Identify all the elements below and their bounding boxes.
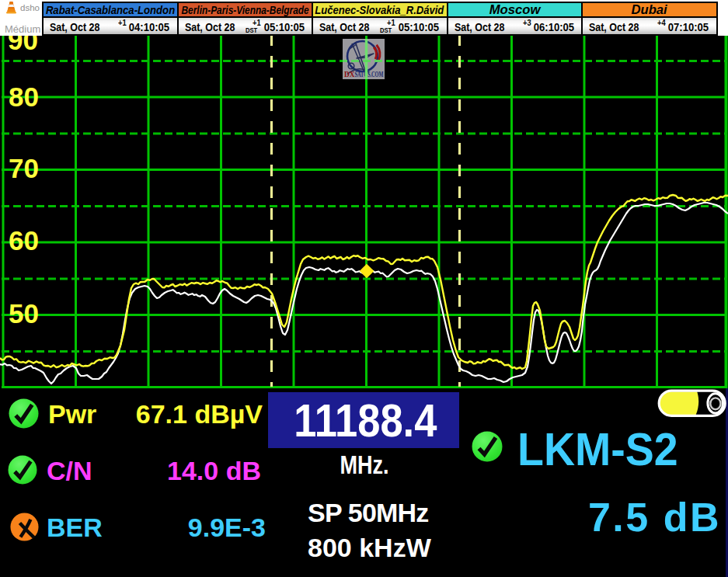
svg-text:80: 80 <box>9 82 39 112</box>
svg-text:60: 60 <box>9 225 39 255</box>
svg-text:SATCS.COM: SATCS.COM <box>355 70 384 78</box>
svg-text:DX: DX <box>344 70 355 78</box>
svg-text:50: 50 <box>9 298 39 328</box>
svg-text:70: 70 <box>9 153 39 183</box>
